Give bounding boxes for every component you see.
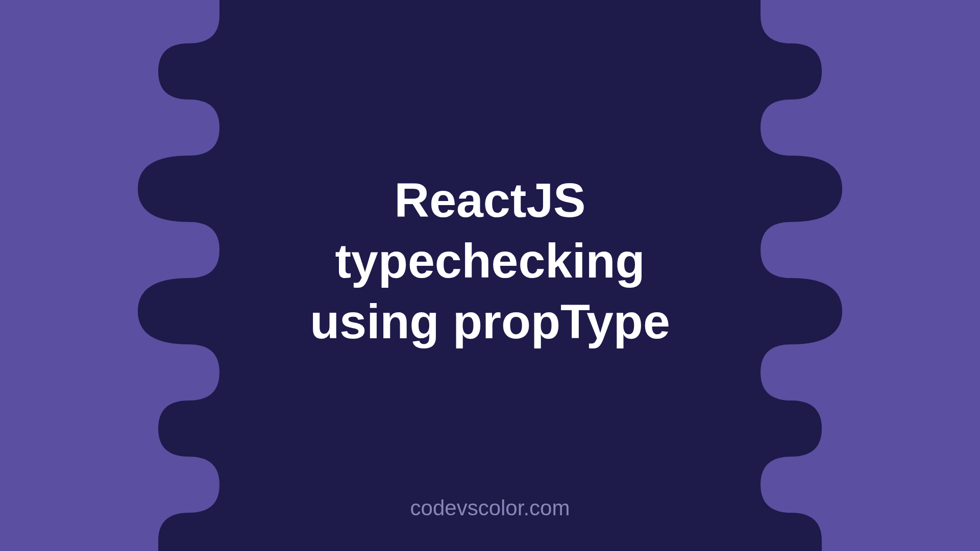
title-line-3: using propType (310, 291, 670, 352)
title-line-1: ReactJS (310, 170, 670, 231)
title-line-2: typechecking (310, 231, 670, 291)
watermark-text: codevscolor.com (410, 496, 570, 520)
main-title: ReactJS typechecking using propType (310, 170, 670, 352)
